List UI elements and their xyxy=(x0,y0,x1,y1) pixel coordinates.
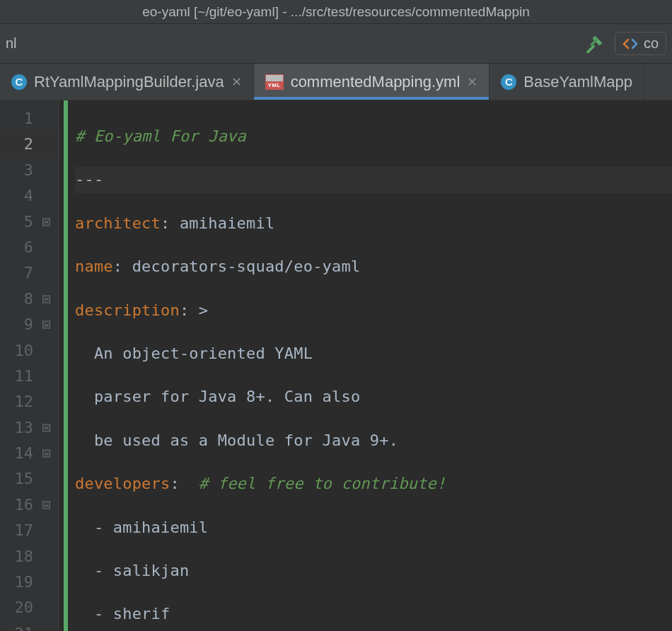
tab-baseyamlmapp[interactable]: C BaseYamlMapp xyxy=(489,64,644,100)
breadcrumb-fragment[interactable]: nl xyxy=(6,35,17,52)
fold-toggle-icon[interactable] xyxy=(42,450,50,458)
line-number[interactable]: 13 xyxy=(0,415,59,441)
line-number[interactable]: 1 xyxy=(0,106,59,132)
line-number[interactable]: 16 xyxy=(0,492,59,518)
line-number[interactable]: 3 xyxy=(0,158,59,183)
code-line[interactable]: description: > xyxy=(75,298,672,323)
line-number[interactable]: 7 xyxy=(0,260,59,286)
tab-label: BaseYamlMapp xyxy=(523,73,632,91)
fold-toggle-icon[interactable] xyxy=(42,502,50,509)
line-number[interactable]: 18 xyxy=(0,544,59,569)
run-config-label: co xyxy=(644,35,659,52)
tab-label: commentedMapping.yml xyxy=(291,73,460,91)
fold-toggle-icon[interactable] xyxy=(42,424,50,432)
run-config-chip[interactable]: co xyxy=(615,32,666,55)
yaml-file-icon: YML xyxy=(265,74,284,90)
code-line[interactable]: --- xyxy=(75,167,672,192)
line-number[interactable]: 9 xyxy=(0,312,59,337)
fold-toggle-icon[interactable] xyxy=(42,295,50,303)
code-line[interactable]: name: decorators-squad/eo-yaml xyxy=(75,254,672,279)
code-line[interactable]: - amihaiemil xyxy=(75,515,672,540)
line-number[interactable]: 14 xyxy=(0,441,59,466)
editor[interactable]: 1 2 3 4 5 6 7 8 9 10 11 12 13 14 15 16 1… xyxy=(0,100,672,631)
close-icon[interactable]: ✕ xyxy=(467,74,477,90)
line-number[interactable]: 20 xyxy=(0,595,59,620)
window-title: eo-yaml [~/git/eo-yaml] - .../src/test/r… xyxy=(142,4,530,20)
java-class-icon: C xyxy=(501,74,516,90)
code-line[interactable]: An object-oriented YAML xyxy=(75,341,672,366)
code-left-margin xyxy=(68,100,75,631)
code-line[interactable]: be used as a Module for Java 9+. xyxy=(75,428,672,453)
line-number[interactable]: 11 xyxy=(0,364,59,389)
code-line[interactable]: developers: # feel free to contribute! xyxy=(75,471,672,497)
editor-tabs: C RtYamlMappingBuilder.java ✕ YML commen… xyxy=(0,64,672,100)
line-number[interactable]: 21 xyxy=(0,621,59,631)
line-number-gutter[interactable]: 1 2 3 4 5 6 7 8 9 10 11 12 13 14 15 16 1… xyxy=(0,100,59,631)
tab-commentedmapping[interactable]: YML commentedMapping.yml ✕ xyxy=(254,64,490,100)
svg-rect-0 xyxy=(590,38,598,46)
run-config-chevrons-icon xyxy=(622,38,638,50)
line-number[interactable]: 2 xyxy=(0,132,59,157)
code-line[interactable]: - salikjan xyxy=(75,558,672,584)
tab-rtyamlmappingbuilder[interactable]: C RtYamlMappingBuilder.java ✕ xyxy=(0,64,254,100)
fold-toggle-icon[interactable] xyxy=(42,321,50,329)
code-line[interactable]: parser for Java 8+. Can also xyxy=(75,384,672,410)
fold-toggle-icon[interactable] xyxy=(42,218,50,226)
toolbar: nl co xyxy=(0,24,672,64)
line-number[interactable]: 5 xyxy=(0,209,59,235)
window-title-bar: eo-yaml [~/git/eo-yaml] - .../src/test/r… xyxy=(0,0,672,24)
build-hammer-icon[interactable] xyxy=(584,33,605,54)
code-line[interactable]: - sherif xyxy=(75,601,672,627)
close-icon[interactable]: ✕ xyxy=(231,74,242,90)
line-number[interactable]: 17 xyxy=(0,518,59,543)
code-area[interactable]: # Eo-yaml For Java --- architect: amihai… xyxy=(75,100,672,631)
line-number[interactable]: 8 xyxy=(0,286,59,312)
code-line[interactable]: architect: amihaiemil xyxy=(75,211,672,236)
line-number[interactable]: 15 xyxy=(0,466,59,492)
java-class-icon: C xyxy=(11,74,27,90)
line-number[interactable]: 12 xyxy=(0,389,59,415)
line-number[interactable]: 19 xyxy=(0,569,59,595)
line-number[interactable]: 6 xyxy=(0,235,59,260)
code-line[interactable]: # Eo-yaml For Java xyxy=(75,124,672,149)
line-number[interactable]: 4 xyxy=(0,183,59,209)
line-number[interactable]: 10 xyxy=(0,338,59,364)
tab-label: RtYamlMappingBuilder.java xyxy=(34,73,224,91)
